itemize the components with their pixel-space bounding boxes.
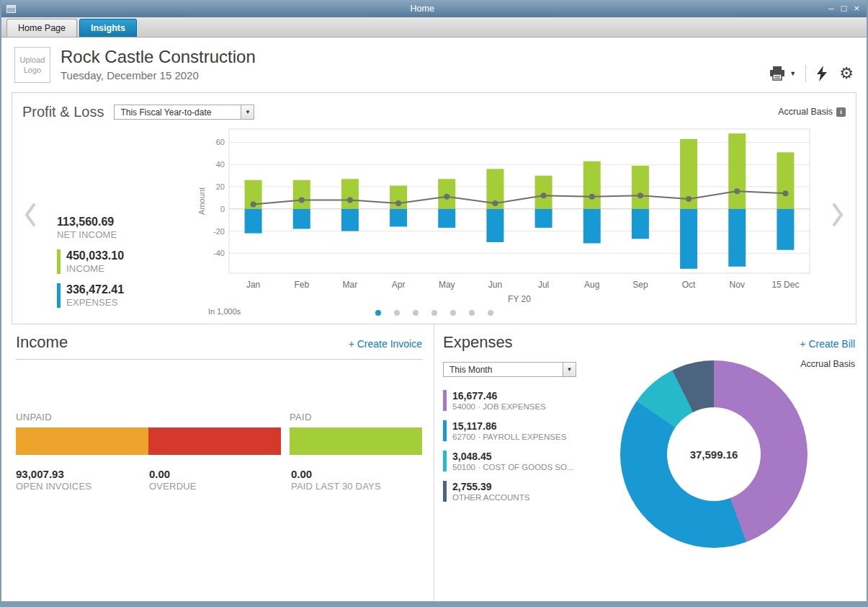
company-date: Tuesday, December 15 2020 xyxy=(61,69,767,81)
maximize-button[interactable]: □ xyxy=(841,4,847,14)
svg-text:Oct: Oct xyxy=(682,280,696,290)
tab-bar: Home Page Insights xyxy=(1,17,867,37)
chevron-right-icon xyxy=(831,202,844,228)
svg-text:Nov: Nov xyxy=(730,280,745,290)
period-dropdown[interactable]: This Fiscal Year-to-date ▼ xyxy=(114,105,254,120)
net-income-label: NET INCOME xyxy=(57,229,196,240)
paid-last-30-stat: 0.00 PAID LAST 30 DAYS xyxy=(291,468,381,492)
profit-loss-panel: Profit & Loss This Fiscal Year-to-date ▼… xyxy=(12,92,856,324)
income-value: 450,033.10 xyxy=(66,249,196,262)
overdue-stat: 0.00 OVERDUE xyxy=(149,468,197,492)
carousel-pagination xyxy=(12,310,856,316)
legend-item: 15,117.86 62700 · PAYROLL EXPENSES xyxy=(443,420,612,441)
svg-text:0: 0 xyxy=(220,205,225,213)
accrual-basis-label: Accrual Basis xyxy=(800,359,855,369)
income-section: Income + Create Invoice UNPAID PAID xyxy=(1,324,434,601)
upload-logo-button[interactable]: Upload Logo xyxy=(14,47,50,83)
pagination-dot[interactable] xyxy=(469,310,475,316)
pagination-dot[interactable] xyxy=(394,310,400,316)
app-window: Home – □ × Home Page Insights Upload Log… xyxy=(0,0,868,607)
legend-item: 16,677.46 54000 · JOB EXPENSES xyxy=(443,390,612,411)
close-button[interactable]: × xyxy=(854,4,859,14)
net-income-value: 113,560.69 xyxy=(57,216,196,229)
svg-text:60: 60 xyxy=(216,138,225,146)
profit-loss-chart: -40-200204060JanFebMarAprMayJunJulAugSep… xyxy=(196,125,815,305)
svg-text:Aug: Aug xyxy=(584,280,599,290)
svg-text:Jul: Jul xyxy=(538,280,549,290)
income-title: Income xyxy=(16,333,68,352)
printer-icon xyxy=(769,66,786,81)
window-icon xyxy=(6,5,16,13)
svg-text:15 Dec: 15 Dec xyxy=(771,280,799,290)
expenses-donut-chart[interactable]: 37,599.16 xyxy=(620,360,807,548)
print-button[interactable] xyxy=(767,64,787,83)
pagination-dot[interactable] xyxy=(488,310,493,316)
svg-text:-20: -20 xyxy=(213,227,225,236)
donut-total: 37,599.16 xyxy=(667,407,761,501)
svg-text:20: 20 xyxy=(216,182,225,191)
pagination-dot[interactable] xyxy=(450,310,456,316)
gear-icon: ⚙ xyxy=(839,66,854,81)
print-options-caret[interactable]: ▼ xyxy=(787,68,798,79)
title-bar: Home – □ × xyxy=(1,0,867,17)
income-label: INCOME xyxy=(66,263,196,274)
company-name: Rock Castle Construction xyxy=(61,47,767,67)
unpaid-bar[interactable] xyxy=(16,427,281,455)
lightning-icon xyxy=(815,66,829,81)
pagination-dot[interactable] xyxy=(375,310,381,316)
carousel-next-button[interactable] xyxy=(820,125,856,305)
svg-text:Sep: Sep xyxy=(632,280,648,290)
divider xyxy=(16,359,422,360)
divider xyxy=(805,65,806,82)
svg-text:-40: -40 xyxy=(213,249,225,257)
tab-insights[interactable]: Insights xyxy=(79,19,137,37)
tab-home-page[interactable]: Home Page xyxy=(6,19,77,37)
pagination-dot[interactable] xyxy=(431,310,437,316)
chevron-left-icon xyxy=(24,202,37,228)
expenses-title: Expenses xyxy=(443,333,513,352)
expenses-section: Expenses + Create Bill Accrual Basis Thi… xyxy=(434,324,867,601)
window-title: Home xyxy=(16,4,828,14)
legend-item: 3,048.45 50100 · COST OF GOODS SO... xyxy=(443,451,612,471)
chevron-down-icon: ▼ xyxy=(241,105,254,119)
svg-text:Amount: Amount xyxy=(197,187,206,215)
paid-bar[interactable] xyxy=(290,427,422,455)
svg-text:FY 20: FY 20 xyxy=(508,294,531,304)
company-header: Upload Logo Rock Castle Construction Tue… xyxy=(1,37,867,92)
bar-segment xyxy=(148,427,281,455)
bar-segment xyxy=(16,427,148,455)
svg-text:Feb: Feb xyxy=(294,280,309,290)
svg-text:Jun: Jun xyxy=(488,280,502,290)
refresh-button[interactable] xyxy=(813,64,831,83)
svg-text:Jan: Jan xyxy=(246,280,260,290)
profit-loss-title: Profit & Loss xyxy=(22,104,104,120)
unpaid-label: UNPAID xyxy=(16,412,281,422)
expenses-value: 336,472.41 xyxy=(66,283,196,296)
expenses-period-dropdown[interactable]: This Month ▼ xyxy=(443,362,576,377)
main-content: Upload Logo Rock Castle Construction Tue… xyxy=(1,37,867,601)
accrual-basis-label: Accrual Basis xyxy=(778,107,833,117)
pnl-summary: 113,560.69 NET INCOME 450,033.10 INCOME … xyxy=(48,125,196,305)
info-icon[interactable]: i xyxy=(836,107,846,117)
carousel-prev-button[interactable] xyxy=(12,125,48,305)
paid-label: PAID xyxy=(290,412,422,422)
minimize-button[interactable]: – xyxy=(828,4,833,14)
legend-item: 2,755.39 OTHER ACCOUNTS xyxy=(443,481,612,502)
create-invoice-link[interactable]: + Create Invoice xyxy=(349,338,422,350)
create-bill-link[interactable]: + Create Bill xyxy=(800,338,855,350)
bar-segment xyxy=(290,427,422,455)
svg-text:Mar: Mar xyxy=(343,280,358,290)
pagination-dot[interactable] xyxy=(413,310,419,316)
expenses-legend: 16,677.46 54000 · JOB EXPENSES 15,117.86… xyxy=(443,390,612,502)
settings-button[interactable]: ⚙ xyxy=(838,64,855,83)
svg-text:Apr: Apr xyxy=(392,280,406,290)
open-invoices-stat: 93,007.93 OPEN INVOICES xyxy=(16,468,91,492)
chevron-down-icon: ▼ xyxy=(563,363,576,376)
svg-text:May: May xyxy=(439,280,455,290)
svg-text:40: 40 xyxy=(216,160,225,169)
